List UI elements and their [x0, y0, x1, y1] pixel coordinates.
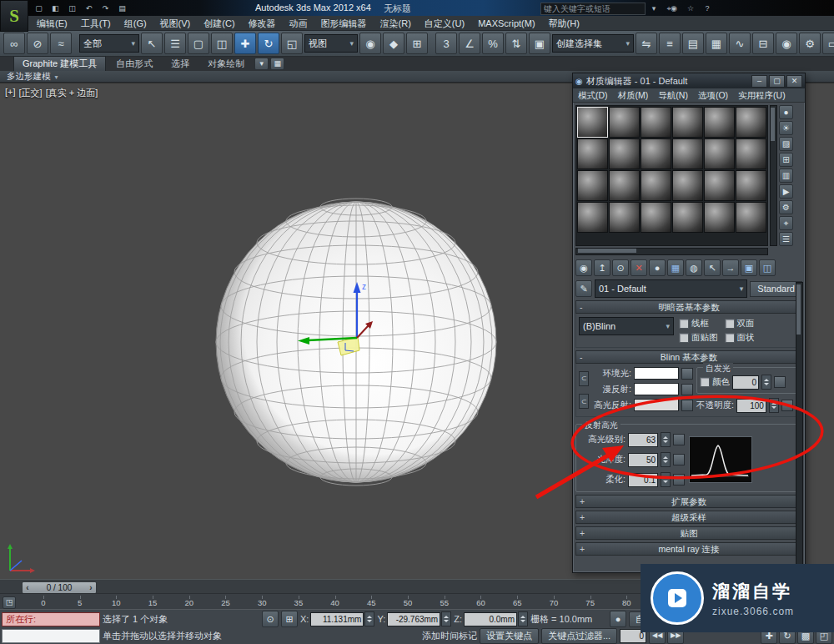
- slot-vertical-scrollbar[interactable]: [770, 105, 777, 246]
- shader-option-checkbox[interactable]: 双面: [725, 318, 755, 330]
- select-and-link-icon[interactable]: ∞: [3, 33, 25, 54]
- minimize-button[interactable]: –: [751, 75, 767, 88]
- polygon-modeling-panel[interactable]: 多边形建模: [7, 71, 58, 83]
- layer-manager-icon[interactable]: ▤: [682, 33, 704, 54]
- menu-item[interactable]: 帮助(H): [542, 16, 586, 31]
- keyboard-override-icon[interactable]: ⊞: [406, 33, 428, 54]
- collapsed-rollout-header[interactable]: + 超级采样: [575, 511, 802, 524]
- curve-editor-icon[interactable]: ∿: [729, 33, 751, 54]
- app-logo-button[interactable]: S: [0, 0, 28, 32]
- material-name-dropdown[interactable]: 01 - Default: [595, 279, 747, 298]
- menu-item[interactable]: 创建(C): [197, 16, 241, 31]
- help-icon[interactable]: ?: [701, 2, 714, 15]
- self-illum-spinner[interactable]: [761, 375, 771, 390]
- specular-extra-button[interactable]: [673, 474, 685, 486]
- map-shortcut-button[interactable]: [681, 384, 693, 395]
- pick-material-icon[interactable]: ✎: [575, 280, 592, 297]
- rollout-header-blinn-basic[interactable]: - Blinn 基本参数: [575, 350, 802, 364]
- shader-option-checkbox[interactable]: 面贴图: [679, 332, 718, 344]
- select-by-name-icon[interactable]: ☰: [164, 33, 186, 54]
- set-key-button[interactable]: 设置关键点: [480, 628, 539, 644]
- menu-item[interactable]: 自定义(U): [418, 16, 471, 31]
- material-sample-slot[interactable]: [609, 202, 640, 233]
- select-and-move-icon[interactable]: ✚: [234, 33, 256, 54]
- previous-frame-arrow[interactable]: ‹: [23, 583, 33, 592]
- select-by-material-icon[interactable]: ⌖: [779, 216, 793, 230]
- color-swatch[interactable]: [634, 399, 679, 411]
- rollout-header-shader-basic[interactable]: - 明暗器基本参数: [575, 300, 802, 314]
- snaps-toggle-icon[interactable]: 3: [435, 33, 457, 54]
- viewport-label-segment[interactable]: [+]: [5, 87, 16, 99]
- time-slider-handle[interactable]: ‹ 0 / 100 ›: [22, 581, 97, 594]
- schematic-view-icon[interactable]: ⊟: [752, 33, 774, 54]
- z-spinner[interactable]: [518, 611, 528, 626]
- sample-uv-tiling-icon[interactable]: ⊞: [779, 153, 793, 167]
- percent-snap-icon[interactable]: %: [482, 33, 504, 54]
- material-editor-menu-item[interactable]: 模式(D): [573, 88, 613, 102]
- backlight-icon[interactable]: ☀: [779, 121, 793, 135]
- sample-window-icon[interactable]: ◫: [759, 259, 776, 276]
- material-editor-menu-item[interactable]: 实用程序(U): [733, 88, 791, 102]
- material-sample-slot[interactable]: [641, 138, 671, 169]
- put-to-library-icon[interactable]: ↥: [594, 259, 610, 276]
- slot-horizontal-scrollbar[interactable]: [575, 248, 768, 255]
- material-sample-slot[interactable]: [736, 107, 766, 138]
- background-icon[interactable]: ▨: [779, 137, 793, 151]
- z-coordinate-field[interactable]: 0.0mm: [464, 612, 517, 626]
- rollout-scrollbar[interactable]: [796, 282, 803, 567]
- reset-map-icon[interactable]: ✕: [631, 259, 647, 276]
- favorites-icon[interactable]: ☆: [684, 2, 697, 15]
- maxscript-listener-input[interactable]: [2, 629, 100, 643]
- lock-ambient-diffuse-icon[interactable]: ⊂: [579, 371, 589, 386]
- material-sample-slot[interactable]: [641, 170, 671, 201]
- selection-lock-icon[interactable]: ⊙: [262, 611, 279, 627]
- ribbon-options-icon[interactable]: ▾: [254, 58, 269, 70]
- material-editor-menu-item[interactable]: 选项(O): [693, 88, 733, 102]
- undo-icon[interactable]: ↶: [82, 2, 96, 16]
- material-sample-slot[interactable]: [736, 138, 766, 169]
- new-scene-icon[interactable]: ▢: [32, 2, 46, 16]
- y-coordinate-field[interactable]: -29.763mm: [387, 612, 440, 626]
- color-swatch[interactable]: [634, 367, 679, 380]
- x-coordinate-field[interactable]: 11.131mm: [310, 612, 364, 626]
- maximize-button[interactable]: ▢: [769, 75, 785, 88]
- material-sample-slot[interactable]: [609, 107, 640, 138]
- specular-param-field[interactable]: 63: [628, 433, 658, 447]
- redo-icon[interactable]: ↷: [98, 2, 113, 16]
- select-and-manipulate-icon[interactable]: ◆: [383, 33, 404, 54]
- mini-curve-editor-icon[interactable]: ◳: [3, 596, 16, 609]
- key-filters-button[interactable]: 关键点过滤器...: [541, 628, 617, 644]
- material-sample-slot[interactable]: [672, 170, 703, 201]
- material-editor-menu-item[interactable]: 材质(M): [613, 88, 654, 102]
- map-shortcut-button[interactable]: [681, 368, 693, 380]
- communication-center-icon[interactable]: ◉: [667, 2, 681, 15]
- menu-item[interactable]: 工具(T): [74, 16, 118, 31]
- video-color-check-icon[interactable]: ▥: [779, 169, 793, 183]
- reference-coordinate-dropdown[interactable]: 视图: [304, 34, 358, 53]
- self-illum-value-field[interactable]: 0: [732, 375, 759, 390]
- menu-item[interactable]: 图形编辑器: [314, 16, 374, 31]
- material-map-navigator-icon[interactable]: ▣: [741, 259, 757, 276]
- viewport-label-segment[interactable]: [正交]: [19, 87, 43, 99]
- collapsed-rollout-header[interactable]: + 扩展参数: [575, 495, 802, 508]
- shader-option-checkbox[interactable]: 线框: [679, 318, 718, 330]
- show-map-in-viewport-icon[interactable]: ▦: [667, 259, 684, 276]
- ribbon-tab[interactable]: 选择: [163, 57, 198, 71]
- viewport-label-segment[interactable]: [真实 + 边面]: [46, 87, 98, 99]
- self-illum-map-button[interactable]: [774, 376, 786, 388]
- material-sample-slot[interactable]: [672, 138, 703, 169]
- maxscript-listener-line[interactable]: 所在行:: [2, 612, 100, 626]
- material-type-button[interactable]: Standard: [750, 281, 802, 297]
- material-sample-slot[interactable]: [641, 202, 671, 233]
- material-sample-slot[interactable]: [736, 202, 766, 233]
- specular-param-spinner[interactable]: [661, 452, 671, 467]
- map-navigator-icon[interactable]: ☰: [779, 232, 793, 246]
- menu-item[interactable]: MAXScript(M): [471, 16, 541, 31]
- material-sample-slot[interactable]: [704, 107, 735, 138]
- material-sample-slot[interactable]: [736, 170, 766, 201]
- specular-extra-button[interactable]: [673, 454, 685, 465]
- x-spinner[interactable]: [364, 611, 374, 626]
- selection-region-icon[interactable]: ▢: [188, 33, 209, 54]
- show-end-result-icon[interactable]: ◍: [686, 259, 702, 276]
- search-scope-icon[interactable]: ▾: [647, 2, 661, 15]
